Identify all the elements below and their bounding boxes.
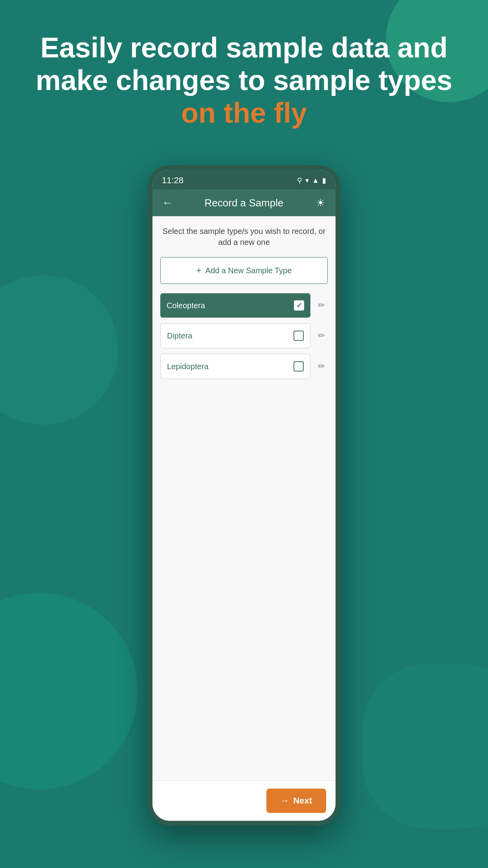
- phone-screen: 11:28 ⚲ ▾ ▲ ▮ ← Record a Sample ☀ Select…: [152, 170, 336, 821]
- checkbox-diptera[interactable]: [294, 331, 304, 341]
- status-time: 11:28: [162, 175, 183, 186]
- settings-icon[interactable]: ☀: [314, 197, 328, 209]
- status-icons: ⚲ ▾ ▲ ▮: [297, 176, 326, 185]
- location-icon: ⚲: [297, 176, 302, 185]
- header-highlight: on the fly: [31, 97, 457, 129]
- bottom-bar: → Next: [152, 780, 336, 821]
- app-bar: ← Record a Sample ☀: [152, 189, 336, 216]
- sample-item-row-lepidoptera: Lepidoptera ✏: [160, 354, 328, 379]
- sample-type-list: Coleoptera ✏ Diptera ✏ Lepidop: [160, 293, 328, 379]
- page-header: Easily record sample data and make chang…: [0, 31, 488, 129]
- screen-content: Select the sample type/s you wish to rec…: [152, 216, 336, 780]
- phone-frame: 11:28 ⚲ ▾ ▲ ▮ ← Record a Sample ☀ Select…: [148, 165, 340, 826]
- next-arrow-icon: →: [281, 796, 289, 806]
- sample-item-lepidoptera[interactable]: Lepidoptera: [160, 354, 310, 379]
- checkbox-coleoptera[interactable]: [294, 300, 304, 311]
- plus-icon: +: [196, 265, 202, 276]
- add-sample-type-button[interactable]: + Add a New Sample Type: [160, 257, 328, 284]
- wifi-icon: ▾: [305, 176, 309, 185]
- sample-item-row-coleoptera: Coleoptera ✏: [160, 293, 328, 318]
- sample-item-row-diptera: Diptera ✏: [160, 323, 328, 348]
- sample-item-diptera[interactable]: Diptera: [160, 323, 310, 348]
- battery-icon: ▮: [322, 176, 326, 185]
- edit-icon-lepidoptera[interactable]: ✏: [315, 361, 328, 371]
- app-bar-title: Record a Sample: [205, 197, 284, 209]
- next-button[interactable]: → Next: [266, 789, 326, 813]
- status-bar: 11:28 ⚲ ▾ ▲ ▮: [152, 170, 336, 189]
- header-line1: Easily record sample data and make chang…: [31, 31, 457, 97]
- background-blob-mid-left: [0, 275, 118, 425]
- sample-name-lepidoptera: Lepidoptera: [167, 362, 209, 371]
- back-button[interactable]: ←: [160, 197, 174, 209]
- sample-name-diptera: Diptera: [167, 331, 192, 340]
- edit-icon-coleoptera[interactable]: ✏: [315, 300, 328, 311]
- background-blob-bottom-right: [362, 664, 488, 829]
- sample-name-coleoptera: Coleoptera: [167, 301, 205, 310]
- add-sample-type-label: Add a New Sample Type: [205, 266, 292, 275]
- sample-item-coleoptera[interactable]: Coleoptera: [160, 293, 310, 318]
- subtitle-text: Select the sample type/s you wish to rec…: [160, 226, 328, 248]
- edit-icon-diptera[interactable]: ✏: [315, 331, 328, 341]
- signal-icon: ▲: [312, 177, 319, 185]
- next-button-label: Next: [293, 796, 312, 806]
- checkbox-lepidoptera[interactable]: [294, 361, 304, 371]
- background-blob-bottom-left: [0, 593, 138, 789]
